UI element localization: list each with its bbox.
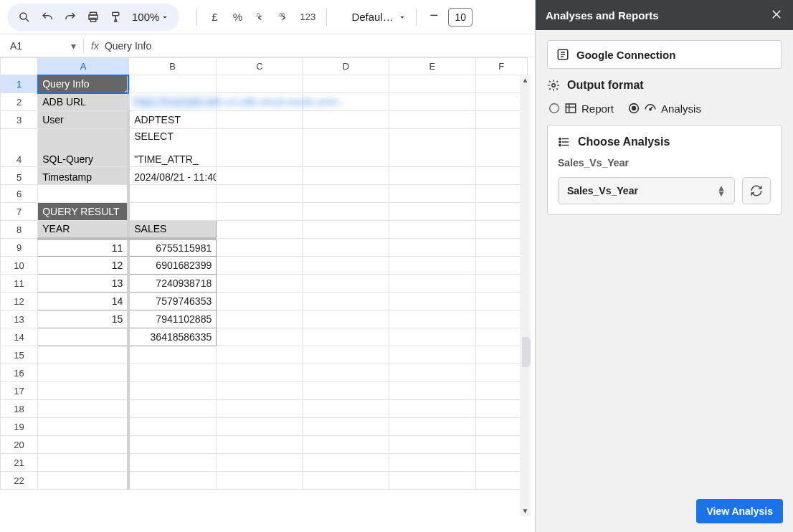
cell[interactable]: [389, 400, 475, 418]
cell[interactable]: [38, 364, 129, 382]
cell[interactable]: [128, 472, 217, 490]
panel-collapse-tab[interactable]: [522, 337, 531, 367]
cell[interactable]: [128, 418, 217, 436]
cell[interactable]: [303, 185, 389, 203]
row-header[interactable]: 15: [1, 346, 38, 364]
cell-B10[interactable]: 6901682399: [128, 257, 217, 275]
cell[interactable]: [389, 454, 475, 472]
row-header[interactable]: 22: [1, 472, 38, 490]
cell[interactable]: [38, 382, 129, 400]
cell[interactable]: [389, 75, 475, 93]
cell[interactable]: [217, 185, 303, 203]
cell-B3[interactable]: ADPTEST: [128, 111, 217, 129]
cell[interactable]: [303, 221, 389, 239]
close-icon[interactable]: [770, 8, 783, 23]
cell[interactable]: [38, 436, 129, 454]
cell[interactable]: [303, 129, 389, 167]
currency-button[interactable]: £: [204, 7, 224, 27]
scroll-down-icon[interactable]: ▼: [520, 505, 531, 516]
cell[interactable]: [389, 239, 475, 257]
col-header-A[interactable]: A: [38, 58, 129, 75]
spreadsheet-grid[interactable]: A B C D E F 1 Query Info 2 ADB URL https…: [0, 57, 531, 532]
cell[interactable]: [217, 275, 303, 293]
cell-A11[interactable]: 13: [38, 275, 129, 293]
cell[interactable]: [128, 346, 217, 364]
cell[interactable]: [303, 203, 389, 221]
cell[interactable]: [217, 167, 303, 185]
row-header[interactable]: 10: [1, 257, 38, 275]
cell[interactable]: [389, 310, 475, 328]
cell[interactable]: [38, 418, 129, 436]
row-header[interactable]: 9: [1, 239, 38, 257]
cell[interactable]: [303, 382, 389, 400]
cell[interactable]: [128, 185, 217, 203]
cell-A8[interactable]: YEAR: [38, 221, 129, 239]
row-header[interactable]: 21: [1, 454, 38, 472]
col-header-D[interactable]: D: [303, 58, 389, 75]
cell[interactable]: [217, 310, 303, 328]
percent-button[interactable]: %: [227, 7, 247, 27]
cell[interactable]: [128, 75, 217, 93]
cell[interactable]: [389, 472, 475, 490]
cell[interactable]: [217, 257, 303, 275]
paint-format-icon[interactable]: [106, 7, 126, 27]
cell-B4[interactable]: SELECT "TIME_ATTR_: [128, 129, 217, 167]
cell-A7[interactable]: QUERY RESULT: [38, 203, 129, 221]
cell[interactable]: [303, 400, 389, 418]
cell-A9[interactable]: 11: [38, 239, 129, 257]
col-header-C[interactable]: C: [217, 58, 303, 75]
search-icon[interactable]: [14, 7, 34, 27]
cell[interactable]: [303, 454, 389, 472]
cell[interactable]: [303, 275, 389, 293]
cell[interactable]: [217, 129, 303, 167]
cell[interactable]: [217, 221, 303, 239]
cell[interactable]: [389, 346, 475, 364]
cell[interactable]: [128, 203, 217, 221]
cell[interactable]: [303, 111, 389, 129]
col-header-F[interactable]: F: [475, 58, 527, 75]
undo-icon[interactable]: [37, 7, 57, 27]
cell-A12[interactable]: 14: [38, 293, 129, 310]
cell-B11[interactable]: 7240938718: [128, 275, 217, 293]
row-header[interactable]: 13: [1, 310, 38, 328]
cell[interactable]: [217, 454, 303, 472]
cell[interactable]: [389, 257, 475, 275]
font-dropdown[interactable]: Defaul…: [351, 11, 409, 23]
cell[interactable]: [303, 167, 389, 185]
cell[interactable]: [303, 293, 389, 310]
cell-B5[interactable]: 2024/08/21 - 11:40:17: [128, 167, 217, 185]
row-header[interactable]: 14: [1, 328, 38, 346]
name-box[interactable]: A1 ▾: [4, 40, 76, 52]
view-analysis-button[interactable]: View Analysis: [696, 499, 783, 523]
cell[interactable]: [217, 400, 303, 418]
cell[interactable]: [217, 111, 303, 129]
cell[interactable]: [128, 436, 217, 454]
connection-box[interactable]: Google Connection: [547, 40, 782, 69]
cell-A5[interactable]: Timestamp: [38, 167, 129, 185]
cell[interactable]: [38, 400, 129, 418]
cell[interactable]: [38, 472, 129, 490]
decrease-decimal-icon[interactable]: .0: [250, 7, 270, 27]
font-size-input[interactable]: 10: [448, 8, 473, 27]
cell-A10[interactable]: 12: [38, 257, 129, 275]
cell-B8[interactable]: SALES: [128, 221, 217, 239]
cell-B2[interactable]: https://example-adb-url.adb.cloud.oracle…: [128, 93, 217, 111]
cell-B14[interactable]: 36418586335: [128, 328, 217, 346]
cell[interactable]: [217, 364, 303, 382]
select-all-corner[interactable]: [1, 58, 38, 75]
cell[interactable]: [38, 454, 129, 472]
row-header[interactable]: 3: [1, 111, 38, 129]
cell[interactable]: [389, 111, 475, 129]
cell[interactable]: [303, 472, 389, 490]
row-header[interactable]: 7: [1, 203, 38, 221]
increase-decimal-icon[interactable]: .00: [273, 7, 293, 27]
cell-B12[interactable]: 7579746353: [128, 293, 217, 310]
cell[interactable]: [217, 346, 303, 364]
cell[interactable]: [303, 239, 389, 257]
analysis-select[interactable]: Sales_Vs_Year ▲▼: [558, 177, 735, 204]
cell[interactable]: [38, 185, 129, 203]
cell[interactable]: [303, 436, 389, 454]
cell-B9[interactable]: 6755115981: [128, 239, 217, 257]
col-header-E[interactable]: E: [389, 58, 475, 75]
cell[interactable]: [303, 418, 389, 436]
